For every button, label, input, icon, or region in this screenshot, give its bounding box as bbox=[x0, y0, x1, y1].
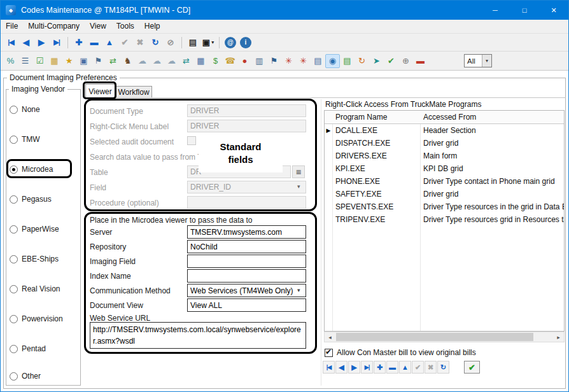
refresh-icon[interactable]: ↻ bbox=[148, 36, 163, 50]
cloud-icon[interactable]: ☁ bbox=[150, 54, 164, 68]
table-row[interactable]: SPEVENTS.EXEDriver Type resources in the… bbox=[325, 200, 564, 213]
approve-icon[interactable]: ✔ bbox=[384, 54, 398, 68]
flag-icon[interactable]: ⚑ bbox=[91, 54, 106, 68]
minimize-button[interactable]: ─ bbox=[481, 1, 510, 20]
erase-icon[interactable]: ▬ bbox=[413, 54, 428, 68]
delete-record-icon[interactable]: ▬ bbox=[87, 36, 102, 50]
vendor-option-paperwise[interactable]: PaperWise bbox=[10, 224, 59, 234]
cloud-lock-icon[interactable]: ☁ bbox=[135, 54, 150, 68]
table-row[interactable]: DISPATCH.EXEDriver grid bbox=[325, 137, 564, 150]
table-row[interactable]: TRIPENV.EXEDriver Type resources grid in… bbox=[325, 213, 564, 226]
last-record-icon[interactable]: ▶| bbox=[49, 36, 64, 50]
horizontal-scrollbar[interactable]: ◂ ▸ bbox=[324, 332, 565, 342]
alert-icon[interactable]: ● bbox=[237, 54, 252, 68]
screen-icon[interactable]: ▣▾ bbox=[200, 36, 216, 50]
vendor-option-other[interactable]: Other bbox=[10, 371, 41, 381]
column-header-program-name[interactable]: Program Name bbox=[332, 113, 420, 122]
scroll-right-icon[interactable]: ▸ bbox=[553, 332, 564, 342]
print-icon[interactable]: ▤ bbox=[185, 36, 200, 50]
chart-icon[interactable]: ▥ bbox=[252, 54, 267, 68]
post-edit-icon[interactable]: ✔ bbox=[117, 36, 132, 50]
vendor-option-ebe-ships[interactable]: EBE-Ships bbox=[10, 254, 59, 264]
checklist-icon[interactable]: ☑ bbox=[32, 54, 47, 68]
edit-record-nav-icon[interactable]: ▲ bbox=[399, 361, 411, 374]
close-button[interactable]: ✕ bbox=[539, 1, 568, 20]
communication-method-combobox[interactable]: Web Services (TM4Web Only) bbox=[187, 284, 306, 297]
commit-button[interactable]: ✔ bbox=[464, 361, 480, 374]
table-row[interactable]: PHONE.EXEDriver Type contact in Phone ma… bbox=[325, 175, 564, 188]
copy-icon[interactable]: ▣ bbox=[76, 54, 91, 68]
tab-workflow[interactable]: Workflow bbox=[115, 86, 152, 97]
grid-icon[interactable]: ▦ bbox=[47, 54, 62, 68]
imaging-camera-icon[interactable]: ◉ bbox=[325, 54, 340, 68]
next-record-nav-icon[interactable]: ▶ bbox=[348, 361, 360, 374]
allow-con-master-checkbox[interactable] bbox=[325, 349, 333, 357]
vendor-option-real-vision[interactable]: Real Vision bbox=[10, 284, 60, 294]
menu-help[interactable]: Help bbox=[139, 20, 165, 33]
table-row[interactable]: SAFETY.EXEDriver grid bbox=[325, 188, 564, 200]
send-icon[interactable]: ➤ bbox=[369, 54, 384, 68]
table-row[interactable]: KPI.EXEKPI DB grid bbox=[325, 162, 564, 175]
vendor-option-pentad[interactable]: Pentad bbox=[10, 344, 46, 354]
post-edit-nav-icon[interactable]: ✔ bbox=[412, 361, 424, 374]
table-row[interactable]: DRIVERS.EXEMain form bbox=[325, 150, 564, 162]
cancel-query-icon[interactable]: ⊘ bbox=[163, 36, 178, 50]
scroll-left-icon[interactable]: ◂ bbox=[325, 332, 335, 342]
ledger-icon[interactable]: ▤ bbox=[340, 54, 355, 68]
index-name-input[interactable] bbox=[187, 269, 306, 283]
first-record-icon[interactable]: |◀ bbox=[3, 36, 18, 50]
badge-icon[interactable]: ★ bbox=[62, 54, 76, 68]
imaging-field-input[interactable] bbox=[187, 255, 306, 268]
vendor-option-powervision[interactable]: Powervision bbox=[10, 314, 63, 324]
next-record-icon[interactable]: ▶ bbox=[34, 36, 49, 50]
info-icon[interactable]: i bbox=[240, 37, 251, 48]
chevron-down-icon[interactable]: ▾ bbox=[211, 39, 214, 45]
menu-tools[interactable]: Tools bbox=[111, 20, 139, 33]
report-icon[interactable]: ☰ bbox=[18, 54, 32, 68]
menu-view[interactable]: View bbox=[85, 20, 111, 33]
web-service-url-input[interactable]: http://TMSERV.tmwsystems.com.local/synwe… bbox=[90, 322, 306, 349]
last-record-nav-icon[interactable]: ▶| bbox=[361, 361, 373, 374]
connect-icon[interactable]: ⇄ bbox=[179, 54, 193, 68]
gear-red-icon[interactable]: ✳ bbox=[281, 54, 296, 68]
server-input[interactable]: TMSERV.tmwsystems.com bbox=[187, 225, 306, 239]
tab-viewer[interactable]: Viewer bbox=[85, 84, 115, 98]
scrollbar-thumb[interactable] bbox=[336, 333, 533, 341]
flag-blue-icon[interactable]: ⚑ bbox=[267, 54, 281, 68]
column-header-accessed-from[interactable]: Accessed From bbox=[420, 113, 564, 122]
cloud-send-icon[interactable]: ☁ bbox=[164, 54, 179, 68]
funds-icon[interactable]: $ bbox=[208, 54, 223, 68]
insert-record-icon[interactable]: ✚ bbox=[71, 36, 87, 50]
maximize-button[interactable]: □ bbox=[510, 1, 539, 20]
rates-icon[interactable]: % bbox=[3, 54, 18, 68]
refresh-orange-icon[interactable]: ↻ bbox=[355, 54, 369, 68]
refresh-nav-icon[interactable]: ↻ bbox=[437, 361, 449, 374]
chevron-down-icon[interactable]: ▾ bbox=[482, 55, 491, 67]
prior-record-icon[interactable]: ◀ bbox=[18, 36, 34, 50]
table-row[interactable]: ▶ DCALL.EXEHeader Section bbox=[325, 124, 564, 137]
menu-multi-company[interactable]: Multi-Company bbox=[23, 20, 85, 33]
edit-record-icon[interactable]: ▲ bbox=[102, 36, 117, 50]
code-filter-combobox[interactable]: All ▾ bbox=[464, 54, 492, 67]
chevron-down-icon[interactable]: ▾ bbox=[297, 287, 300, 293]
animal-icon[interactable]: ♞ bbox=[120, 54, 135, 68]
vendor-option-tmw[interactable]: TMW bbox=[10, 134, 40, 144]
vendor-option-microdea[interactable]: Microdea bbox=[10, 164, 53, 174]
link-icon[interactable]: ⊕ bbox=[398, 54, 413, 68]
transfer-icon[interactable]: ⇄ bbox=[106, 54, 120, 68]
cancel-edit-nav-icon[interactable]: ✖ bbox=[425, 361, 437, 374]
vendor-option-none[interactable]: None bbox=[10, 104, 40, 115]
planner-icon[interactable]: ▦ bbox=[193, 54, 208, 68]
vendor-option-pegasus[interactable]: Pegasus bbox=[10, 194, 52, 204]
document-view-input[interactable]: View ALL bbox=[187, 298, 306, 312]
delete-record-nav-icon[interactable]: ▬ bbox=[386, 361, 398, 374]
repository-input[interactable]: NoChild bbox=[187, 240, 306, 253]
fax-icon[interactable]: ☎ bbox=[223, 54, 237, 68]
web-icon[interactable]: @ bbox=[225, 37, 236, 48]
insert-record-nav-icon[interactable]: ✚ bbox=[374, 361, 386, 374]
asterisk-red-icon[interactable]: ✳ bbox=[296, 54, 311, 68]
menu-file[interactable]: File bbox=[1, 20, 23, 33]
document-icon[interactable]: ▤ bbox=[311, 54, 325, 68]
prior-record-nav-icon[interactable]: ◀ bbox=[335, 361, 348, 374]
first-record-nav-icon[interactable]: |◀ bbox=[323, 361, 335, 374]
